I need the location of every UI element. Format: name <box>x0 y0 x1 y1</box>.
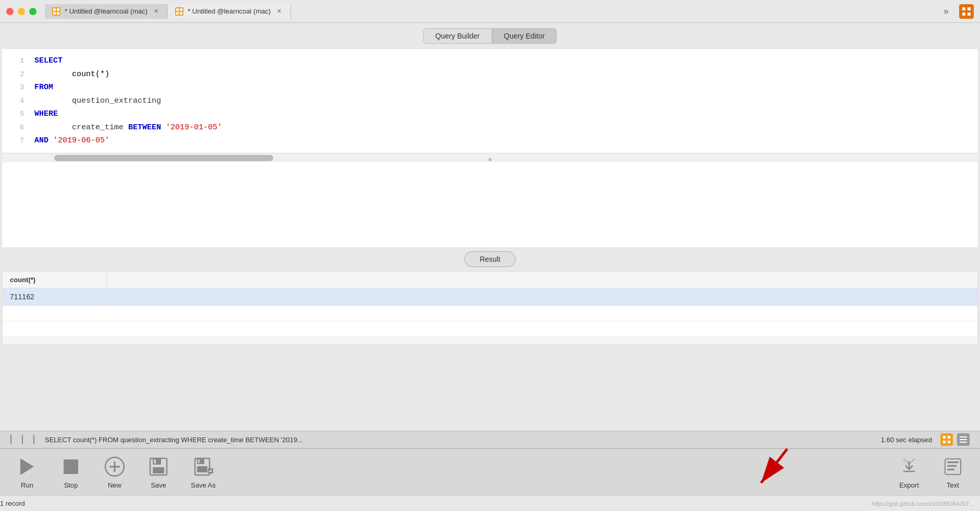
save-as-icon <box>192 455 215 478</box>
svg-rect-18 <box>960 442 967 443</box>
tab-close-1[interactable]: ✕ <box>152 7 160 16</box>
code-line-6: 6 create_time BETWEEN '2019-01-05' <box>2 121 978 135</box>
code-line-3: 3 FROM <box>2 81 978 94</box>
title-bar: * Untitled @learncoal (mac) ✕ * Untitled… <box>0 0 980 23</box>
svg-rect-16 <box>960 436 967 437</box>
svg-rect-7 <box>180 12 182 15</box>
text-button[interactable]: Text <box>941 455 964 489</box>
tab-icon-1 <box>52 7 60 16</box>
status-markers <box>10 435 34 444</box>
new-button[interactable]: New <box>103 455 126 489</box>
table-empty-row-2 <box>3 321 977 337</box>
svg-rect-0 <box>53 8 56 11</box>
save-as-label: Save As <box>191 481 216 489</box>
svg-rect-4 <box>176 8 179 11</box>
svg-rect-9 <box>967 7 971 10</box>
query-builder-btn[interactable]: Query Builder <box>423 28 492 44</box>
close-button[interactable] <box>6 8 14 15</box>
tab-grid-icon[interactable] <box>959 4 974 19</box>
stop-button[interactable]: Stop <box>59 455 82 489</box>
footer-url: https://gist.github.com/e1t1886364267... <box>872 501 980 507</box>
table-header-count: count(*) <box>3 272 107 288</box>
code-line-7: 7 AND '2019-06-05' <box>2 134 978 148</box>
svg-rect-5 <box>180 8 182 11</box>
footer-bar: 1 record https://gist.github.com/e1t1886… <box>0 495 980 511</box>
svg-rect-14 <box>943 441 946 443</box>
svg-rect-6 <box>176 12 179 15</box>
svg-rect-12 <box>943 436 946 439</box>
save-icon <box>147 455 170 478</box>
tab-close-2[interactable]: ✕ <box>275 7 283 16</box>
list-view-icon[interactable] <box>957 433 970 446</box>
text-label: Text <box>947 481 959 489</box>
table-header-row: count(*) <box>3 272 977 288</box>
table-empty-row-1 <box>3 306 977 321</box>
record-count: 1 record <box>0 500 25 507</box>
svg-rect-28 <box>197 466 207 472</box>
chevron-right-icon: » <box>944 6 949 17</box>
export-button[interactable]: Export <box>898 455 921 489</box>
svg-rect-36 <box>947 461 959 463</box>
status-bar: SELECT count(*) FROM question_extracting… <box>0 431 980 448</box>
horizontal-scrollbar[interactable] <box>2 153 978 162</box>
svg-rect-13 <box>948 436 950 439</box>
window-controls <box>6 8 36 15</box>
code-line-5: 5 WHERE <box>2 107 978 121</box>
save-label: Save <box>151 481 166 489</box>
result-button[interactable]: Result <box>464 251 516 267</box>
svg-rect-1 <box>57 8 59 11</box>
table-data-row-1: 711162 <box>3 288 977 306</box>
editor-area[interactable]: 1 SELECT 2 count(*) 3 FROM 4 question_ex… <box>2 49 978 247</box>
new-label: New <box>108 481 121 489</box>
table-scrollbar[interactable] <box>3 337 977 344</box>
save-button[interactable]: Save <box>147 455 170 489</box>
query-editor-btn[interactable]: Query Editor <box>492 28 557 44</box>
tab-label-1: * Untitled @learncoal (mac) <box>65 7 148 15</box>
grid-view-icon[interactable] <box>940 433 953 446</box>
query-mode-bar: Query Builder Query Editor <box>0 23 980 49</box>
svg-rect-37 <box>947 465 957 467</box>
scrollbar-thumb[interactable] <box>54 155 273 161</box>
svg-rect-11 <box>967 13 971 16</box>
svg-rect-29 <box>198 459 200 463</box>
svg-rect-2 <box>53 12 56 15</box>
stop-label: Stop <box>64 481 78 489</box>
code-line-1: 1 SELECT <box>2 54 978 68</box>
maximize-button[interactable] <box>29 8 36 15</box>
table-data-count: 711162 <box>3 288 107 305</box>
tab-icon-2 <box>175 7 183 16</box>
minimize-button[interactable] <box>18 8 25 15</box>
run-button[interactable]: Run <box>16 455 39 489</box>
toolbar-right: Export Text <box>898 455 964 489</box>
svg-rect-8 <box>962 7 965 10</box>
code-line-4: 4 question_extracting <box>2 94 978 108</box>
new-icon <box>103 455 126 478</box>
tab-2[interactable]: * Untitled @learncoal (mac) ✕ <box>168 4 291 19</box>
stop-icon <box>59 455 82 478</box>
status-elapsed: 1.60 sec elapsed <box>881 436 932 444</box>
svg-rect-38 <box>947 469 954 470</box>
code-lines: 1 SELECT 2 count(*) 3 FROM 4 question_ex… <box>2 49 978 153</box>
text-icon <box>941 455 964 478</box>
tab-expand[interactable]: » <box>937 4 955 19</box>
bottom-toolbar: Run Stop New Save <box>0 448 980 495</box>
status-query-text: SELECT count(*) FROM question_extracting… <box>45 436 881 444</box>
result-bar: Result <box>0 247 980 271</box>
svg-rect-3 <box>57 12 59 15</box>
run-label: Run <box>21 481 33 489</box>
status-marker-1 <box>10 435 11 444</box>
svg-rect-10 <box>962 13 965 16</box>
main-content: Query Builder Query Editor 1 SELECT 2 co… <box>0 23 980 431</box>
status-icons <box>940 433 970 446</box>
svg-rect-17 <box>960 439 967 440</box>
svg-rect-25 <box>154 459 156 464</box>
save-as-button[interactable]: Save As <box>191 455 216 489</box>
tab-1[interactable]: * Untitled @learncoal (mac) ✕ <box>45 4 168 19</box>
tab-label-2: * Untitled @learncoal (mac) <box>188 7 271 15</box>
status-marker-2 <box>22 435 23 444</box>
code-line-2: 2 count(*) <box>2 68 978 81</box>
svg-rect-24 <box>153 467 164 473</box>
svg-line-34 <box>761 449 787 483</box>
results-table: count(*) 711162 <box>2 271 978 345</box>
run-icon <box>16 455 39 478</box>
